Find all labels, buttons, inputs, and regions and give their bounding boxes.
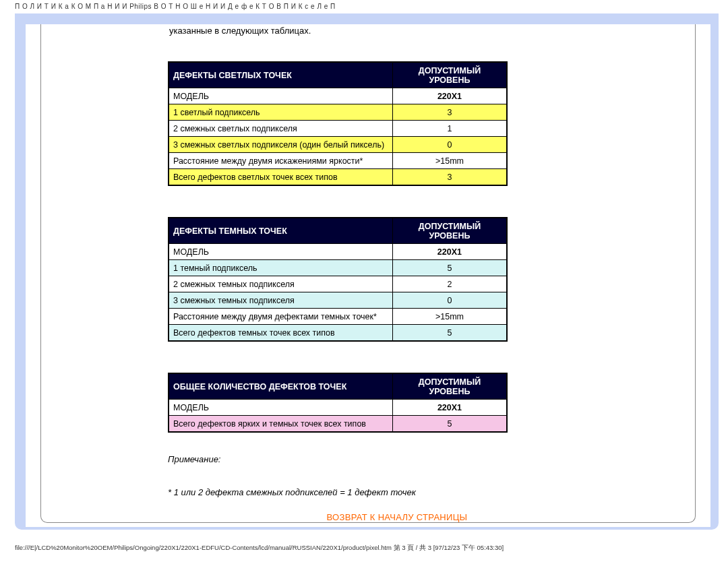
cell-label: 1 темный подпиксель xyxy=(169,260,392,276)
cell-label: Расстояние между двумя искажениями яркос… xyxy=(169,153,392,169)
back-to-top-link[interactable]: ВОЗВРАТ К НАЧАЛУ СТРАНИЦЫ xyxy=(327,512,468,522)
cell-value: 3 xyxy=(392,169,507,186)
cell-label: 2 смежных темных подпикселя xyxy=(169,276,392,292)
table-row: 1 светлый подпиксель 3 xyxy=(169,104,507,121)
page-header: П О Л И Т И К а К О М П а Н И И Philips … xyxy=(0,0,728,14)
cell-value: 2 xyxy=(392,276,507,292)
dark-header-left: ДЕФЕКТЫ ТЕМНЫХ ТОЧЕК xyxy=(169,218,392,244)
table-row: МОДЕЛЬ 220X1 xyxy=(169,400,507,416)
cell-label: МОДЕЛЬ xyxy=(169,244,392,260)
intro-text: указанные в следующих таблицах. xyxy=(168,26,626,38)
cell-value: 220X1 xyxy=(392,88,507,104)
cell-label: 3 смежных темных подпикселя xyxy=(169,292,392,309)
total-header-left: ОБЩЕЕ КОЛИЧЕСТВО ДЕФЕКТОВ ТОЧЕК xyxy=(169,373,392,400)
cell-label: МОДЕЛЬ xyxy=(169,400,392,416)
cell-value: 220X1 xyxy=(392,244,507,260)
page-footer: file:///E|/LCD%20Monitor%20OEM/Philips/O… xyxy=(15,544,504,553)
table-dark: ДЕФЕКТЫ ТЕМНЫХ ТОЧЕК ДОПУСТИМЫЙ УРОВЕНЬ … xyxy=(168,217,626,342)
content-area: указанные в следующих таблицах. ДЕФЕКТЫ … xyxy=(168,24,626,522)
cell-label: 1 светлый подпиксель xyxy=(169,104,392,121)
dark-header-right: ДОПУСТИМЫЙ УРОВЕНЬ xyxy=(392,218,507,244)
cell-value: 3 xyxy=(392,104,507,121)
table-row: Всего дефектов светлых точек всех типов … xyxy=(169,169,507,186)
table-row: Расстояние между двумя искажениями яркос… xyxy=(169,153,507,169)
cell-value: >15mm xyxy=(392,153,507,169)
table-row: МОДЕЛЬ 220X1 xyxy=(169,88,507,104)
cell-label: Всего дефектов светлых точек всех типов xyxy=(169,169,392,186)
table-row: МОДЕЛЬ 220X1 xyxy=(169,244,507,260)
cell-label: Всего дефектов темных точек всех типов xyxy=(169,325,392,342)
total-header-right: ДОПУСТИМЫЙ УРОВЕНЬ xyxy=(392,373,507,400)
cell-value: 0 xyxy=(392,137,507,153)
table-row: 3 смежных светлых подпикселя (один белый… xyxy=(169,137,507,153)
cell-value: 5 xyxy=(392,260,507,276)
cell-label: Всего дефектов ярких и темных точек всех… xyxy=(169,416,392,433)
table-row: Всего дефектов темных точек всех типов 5 xyxy=(169,325,507,342)
table-row: Всего дефектов ярких и темных точек всех… xyxy=(169,416,507,433)
back-to-top: ВОЗВРАТ К НАЧАЛУ СТРАНИЦЫ xyxy=(168,512,626,522)
table-row: 2 смежных темных подпикселя 2 xyxy=(169,276,507,292)
table-row: 2 смежных светлых подпикселя 1 xyxy=(169,121,507,137)
cell-label: 2 смежных светлых подпикселя xyxy=(169,121,392,137)
table-row: Расстояние между двумя дефектами темных … xyxy=(169,309,507,325)
cell-value: >15mm xyxy=(392,309,507,325)
footnote: Примечание: * 1 или 2 дефекта смежных по… xyxy=(168,451,626,501)
table-row: 1 темный подпиксель 5 xyxy=(169,260,507,276)
cell-value: 1 xyxy=(392,121,507,137)
table-header-row: ОБЩЕЕ КОЛИЧЕСТВО ДЕФЕКТОВ ТОЧЕК ДОПУСТИМ… xyxy=(169,373,507,400)
table-bright: ДЕФЕКТЫ СВЕТЛЫХ ТОЧЕК ДОПУСТИМЫЙ УРОВЕНЬ… xyxy=(168,61,626,186)
cell-value: 5 xyxy=(392,325,507,342)
note-label: Примечание: xyxy=(168,454,220,464)
table-header-row: ДЕФЕКТЫ ТЕМНЫХ ТОЧЕК ДОПУСТИМЫЙ УРОВЕНЬ xyxy=(169,218,507,244)
bright-header-left: ДЕФЕКТЫ СВЕТЛЫХ ТОЧЕК xyxy=(169,62,392,88)
frame-outer: указанные в следующих таблицах. ДЕФЕКТЫ … xyxy=(15,13,719,530)
cell-label: МОДЕЛЬ xyxy=(169,88,392,104)
frame-inner: указанные в следующих таблицах. ДЕФЕКТЫ … xyxy=(40,24,696,523)
bright-defect-table: ДЕФЕКТЫ СВЕТЛЫХ ТОЧЕК ДОПУСТИМЫЙ УРОВЕНЬ… xyxy=(168,61,508,186)
table-total: ОБЩЕЕ КОЛИЧЕСТВО ДЕФЕКТОВ ТОЧЕК ДОПУСТИМ… xyxy=(168,373,626,433)
cell-value: 5 xyxy=(392,416,507,433)
cell-value: 220X1 xyxy=(392,400,507,416)
table-header-row: ДЕФЕКТЫ СВЕТЛЫХ ТОЧЕК ДОПУСТИМЫЙ УРОВЕНЬ xyxy=(169,62,507,88)
note-text: * 1 или 2 дефекта смежных подпикселей = … xyxy=(168,487,416,497)
total-defect-table: ОБЩЕЕ КОЛИЧЕСТВО ДЕФЕКТОВ ТОЧЕК ДОПУСТИМ… xyxy=(168,373,508,433)
cell-label: 3 смежных светлых подпикселя (один белый… xyxy=(169,137,392,153)
table-row: 3 смежных темных подпикселя 0 xyxy=(169,292,507,309)
cell-value: 0 xyxy=(392,292,507,309)
dark-defect-table: ДЕФЕКТЫ ТЕМНЫХ ТОЧЕК ДОПУСТИМЫЙ УРОВЕНЬ … xyxy=(168,217,508,342)
bright-header-right: ДОПУСТИМЫЙ УРОВЕНЬ xyxy=(392,62,507,88)
cell-label: Расстояние между двумя дефектами темных … xyxy=(169,309,392,325)
